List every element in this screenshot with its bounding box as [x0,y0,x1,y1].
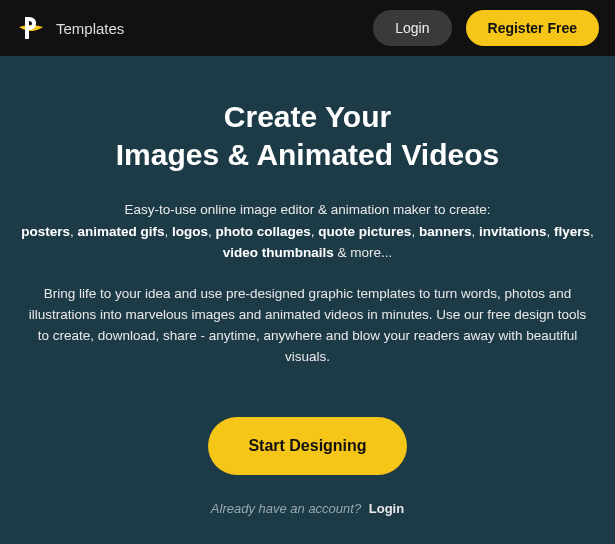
hero: Create Your Images & Animated Videos Eas… [0,56,615,516]
logo-icon [16,13,46,43]
hero-title-line2: Images & Animated Videos [116,138,499,171]
nav-templates[interactable]: Templates [56,20,124,37]
login-button[interactable]: Login [373,10,451,46]
kw: posters [21,224,70,239]
start-designing-button[interactable]: Start Designing [208,417,406,475]
hero-tagline: Easy-to-use online image editor & animat… [20,199,595,264]
header: Templates Login Register Free [0,0,615,56]
kw: banners [419,224,472,239]
kw: quote pictures [318,224,411,239]
tagline-outro: & more... [338,245,393,260]
brand[interactable]: Templates [16,13,124,43]
hero-description: Bring life to your idea and use pre-desi… [20,284,595,368]
login-prompt-text: Already have an account? [211,501,361,516]
kw: flyers [554,224,590,239]
login-link[interactable]: Login [369,501,404,516]
kw: logos [172,224,208,239]
hero-title-line1: Create Your [224,100,391,133]
hero-title: Create Your Images & Animated Videos [20,98,595,173]
tagline-intro: Easy-to-use online image editor & animat… [124,202,490,217]
kw: photo collages [216,224,311,239]
kw: video thumbnails [223,245,334,260]
register-button[interactable]: Register Free [466,10,599,46]
login-prompt-row: Already have an account? Login [20,501,595,516]
kw: invitations [479,224,547,239]
kw: animated gifs [78,224,165,239]
